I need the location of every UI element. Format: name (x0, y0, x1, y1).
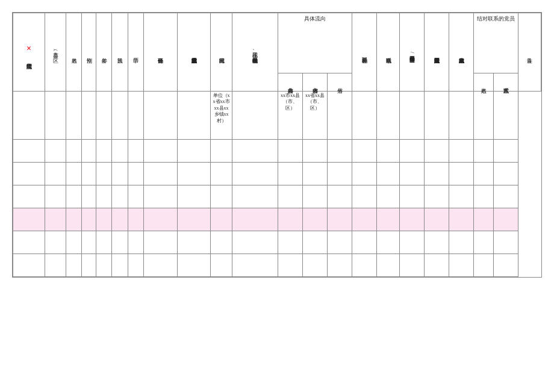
data-row-extra-1 (13, 231, 541, 254)
data-row-3 (13, 185, 541, 208)
sample-cell-13 (327, 92, 352, 140)
header-party: 党员正式组织关系所在党支部名称 (177, 13, 211, 92)
header-age: 年龄 (96, 13, 111, 92)
data-row-2 (13, 163, 541, 185)
data-row-1 (13, 140, 541, 163)
sample-cell-0 (13, 92, 45, 140)
table-wrapper: ×师范学院流出县（市、区）姓名性别年龄民族学历身份证号码党员正式组织关系所在党支… (12, 12, 542, 278)
header-flow-group: 具体流向 (278, 13, 352, 73)
sample-cell-2 (66, 92, 81, 140)
main-table: ×师范学院流出县（市、区）姓名性别年龄民族学历身份证号码党员正式组织关系所在党支… (13, 13, 541, 277)
header-contact-group-sub-1: 联系方式 (493, 73, 518, 92)
header-outtime: 流出时间 (211, 13, 232, 92)
sample-cell-1 (45, 92, 66, 140)
page-container: ×师范学院流出县（市、区）姓名性别年龄民族学历身份证号码党员正式组织关系所在党支… (12, 12, 542, 278)
header-workplace: 现工作、学习单位（明确所在地） (232, 13, 278, 92)
sample-cell-17 (425, 92, 449, 140)
data-row-extra-2 (13, 254, 541, 277)
sample-cell-15 (377, 92, 400, 140)
header-flowin: 流入地党组织名称 (449, 13, 474, 92)
sample-cell-14 (352, 92, 377, 140)
header-sent: 是否已寄送/推送学习资料 (400, 13, 425, 92)
header-contact-group-sub-0: 姓名 (474, 73, 493, 92)
header-flow-group-sub-2: 省外 (327, 73, 352, 92)
header-remark: 备注 (518, 13, 541, 92)
header-report: 否流地党组织至报回到入 (425, 13, 449, 92)
header-flow-group-sub-1: 市外省内 (302, 73, 327, 92)
highlight-row (13, 208, 541, 231)
sample-data-row: 单位（xx省xx市xx县xx乡镇xx村）xx市xx县（市、区）xx省xx县（市、… (13, 92, 541, 140)
sample-cell-3 (82, 92, 96, 140)
header-flow-group-sub-0: 县外市内 (278, 73, 302, 92)
sample-cell-16 (400, 92, 425, 140)
header-education: 学历 (128, 13, 143, 92)
header-main-title: ×师范学院流出 (13, 13, 45, 92)
header-job: 职务或工种 (352, 13, 377, 92)
sample-cell-11: xx市xx县（市、区） (278, 92, 302, 140)
sample-cell-20 (493, 92, 518, 140)
sample-cell-10 (232, 92, 278, 140)
header-county: 县（市、区） (45, 13, 66, 92)
header-gender: 性别 (82, 13, 96, 92)
sample-cell-12: xx省xx县（市、区） (302, 92, 327, 140)
header-id: 身份证号码 (143, 13, 177, 92)
sample-cell-19 (474, 92, 493, 140)
header-ethnicity: 民族 (112, 13, 128, 92)
sample-cell-7 (143, 92, 177, 140)
sample-cell-8 (177, 92, 211, 140)
header-phone: 联系电话 (377, 13, 400, 92)
sample-cell-4 (96, 92, 111, 140)
header-contact-group: 结对联系的党员 (474, 13, 518, 73)
sample-cell-5 (112, 92, 128, 140)
sample-cell-18 (449, 92, 474, 140)
header-name: 姓名 (66, 13, 81, 92)
sample-cell-9: 单位（xx省xx市xx县xx乡镇xx村） (211, 92, 232, 140)
sample-cell-6 (128, 92, 143, 140)
